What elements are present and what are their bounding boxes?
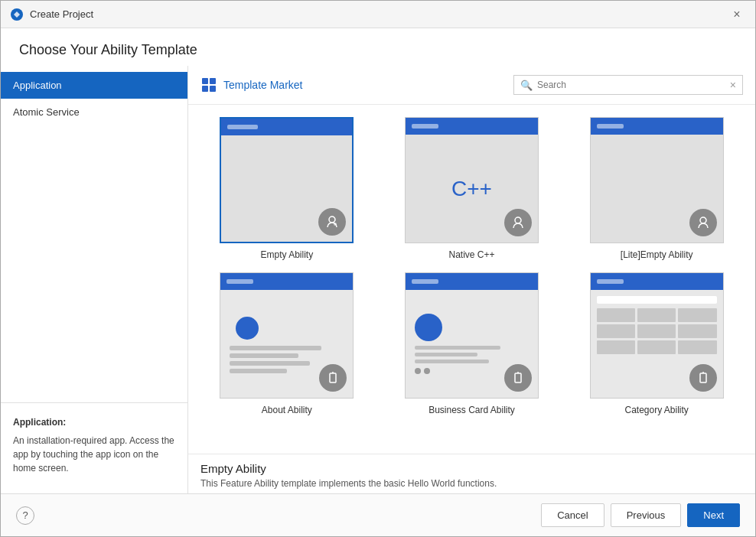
sidebar-item-atomic-service[interactable]: Atomic Service [1, 99, 187, 125]
template-card-empty-ability[interactable]: Empty Ability [200, 117, 373, 260]
svg-point-7 [515, 217, 521, 223]
selected-template-name: Empty Ability [200, 462, 743, 475]
templates-grid-wrapper[interactable]: Empty Ability C++ [188, 105, 755, 454]
preview-header-cat [591, 273, 723, 290]
preview-badge-bc [504, 364, 532, 392]
template-card-category[interactable]: Category Ability [570, 272, 743, 415]
preview-badge-cat [689, 364, 717, 392]
next-button[interactable]: Next [687, 503, 740, 527]
template-preview-lite-empty [590, 117, 724, 243]
desc-text: An installation-required app. Access the… [13, 435, 174, 474]
template-name-about: About Ability [262, 405, 312, 415]
preview-bar [227, 125, 258, 129]
template-market[interactable]: Template Market [200, 76, 302, 93]
about-line [230, 369, 287, 373]
cat-grid [597, 308, 717, 354]
badge-icon-lite [696, 215, 711, 230]
about-line [230, 346, 321, 350]
preview-body-bc [406, 290, 538, 398]
sidebar: Application Atomic Service Application: … [1, 66, 188, 493]
preview-header-lite [591, 118, 723, 135]
template-market-label: Template Market [223, 79, 302, 91]
cancel-button[interactable]: Cancel [541, 503, 604, 527]
dialog-content: Choose Your Ability Template Application… [1, 28, 755, 493]
svg-point-8 [700, 217, 706, 223]
preview-bar [412, 124, 438, 129]
search-icon: 🔍 [520, 80, 533, 91]
previous-button[interactable]: Previous [611, 503, 682, 527]
about-line [230, 361, 309, 366]
search-input[interactable] [537, 80, 725, 90]
cat-cell [678, 324, 716, 338]
preview-header [221, 119, 352, 135]
preview-badge [318, 208, 346, 236]
page-title: Choose Your Ability Template [19, 42, 737, 58]
cat-cell [597, 340, 635, 354]
cat-cell [637, 340, 676, 354]
bc-line [415, 346, 500, 350]
svg-rect-9 [330, 373, 336, 382]
preview-bar [597, 279, 624, 284]
title-bar-left: Create Project [10, 8, 93, 21]
preview-body [221, 135, 352, 242]
bc-circle [415, 314, 442, 341]
search-box[interactable]: 🔍 × [513, 75, 743, 95]
preview-body-cat [591, 290, 723, 398]
preview-body-lite [591, 135, 723, 242]
preview-badge-lite [689, 209, 717, 236]
preview-body-about [220, 290, 353, 398]
cat-cell [597, 308, 635, 322]
sidebar-item-label: Atomic Service [13, 106, 80, 118]
template-name-category: Category Ability [624, 405, 688, 415]
template-name-business-card: Business Card Ability [429, 405, 515, 415]
svg-rect-11 [515, 373, 521, 382]
bc-line [415, 360, 489, 363]
badge-icon-bc [510, 370, 526, 386]
svg-rect-13 [700, 373, 706, 382]
cat-cell [637, 324, 676, 338]
template-market-icon [200, 76, 217, 93]
footer-buttons: Cancel Previous Next [541, 503, 740, 527]
preview-header-bc [406, 273, 538, 290]
sidebar-item-application[interactable]: Application [1, 72, 187, 99]
create-project-dialog: Create Project × Choose Your Ability Tem… [0, 0, 756, 537]
selected-template-description: This Feature Ability template implements… [200, 478, 743, 489]
svg-point-6 [334, 223, 337, 226]
cat-search-bar [597, 296, 717, 304]
badge-icon-cpp [510, 215, 526, 230]
cat-cell [597, 324, 635, 338]
preview-body-cpp: C++ [406, 135, 538, 242]
selected-template-info: Empty Ability This Feature Ability templ… [188, 454, 755, 493]
preview-bar [412, 279, 438, 284]
main-area: Application Atomic Service Application: … [1, 66, 755, 493]
about-circle [236, 317, 259, 340]
desc-label: Application: [13, 415, 175, 429]
template-card-native-cpp[interactable]: C++ Native C++ [386, 117, 559, 260]
content-area: Template Market 🔍 × [188, 66, 755, 493]
template-preview-about [220, 272, 354, 399]
svg-rect-3 [202, 86, 208, 92]
bc-lines [415, 346, 529, 363]
badge-icon-cat [696, 370, 711, 386]
bc-dot [424, 368, 430, 374]
template-card-lite-empty[interactable]: [Lite]Empty Ability [570, 117, 743, 260]
template-card-about-ability[interactable]: About Ability [200, 272, 373, 415]
close-button[interactable]: × [728, 5, 746, 24]
svg-point-5 [329, 216, 335, 223]
templates-grid: Empty Ability C++ [200, 117, 743, 415]
preview-header-cpp [406, 118, 538, 135]
template-name-native-cpp: Native C++ [448, 249, 494, 260]
help-button[interactable]: ? [16, 506, 34, 525]
preview-header-about [220, 273, 353, 290]
app-icon [10, 8, 24, 21]
preview-bar [226, 279, 253, 284]
svg-rect-2 [210, 78, 216, 84]
about-line [230, 353, 298, 358]
template-name-lite-empty: [Lite]Empty Ability [621, 249, 693, 260]
dialog-footer: ? Cancel Previous Next [1, 493, 755, 536]
search-clear-icon[interactable]: × [730, 79, 736, 91]
svg-rect-1 [202, 78, 208, 84]
template-card-business-card[interactable]: Business Card Ability [386, 272, 559, 415]
preview-badge-cpp [504, 209, 532, 236]
badge-icon [324, 214, 340, 229]
